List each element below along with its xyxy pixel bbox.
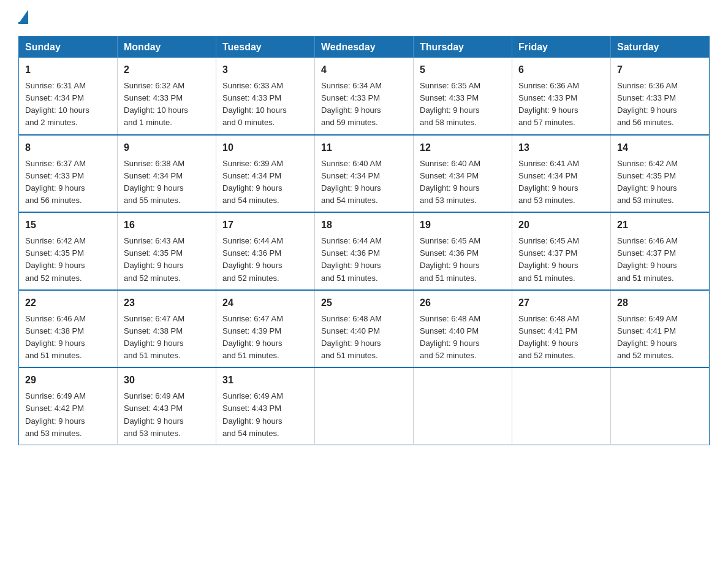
day-info: Sunrise: 6:47 AMSunset: 4:38 PMDaylight:… (124, 314, 184, 360)
day-info: Sunrise: 6:36 AMSunset: 4:33 PMDaylight:… (518, 81, 579, 127)
calendar-week-row: 8 Sunrise: 6:37 AMSunset: 4:33 PMDayligh… (19, 135, 710, 213)
day-number: 14 (617, 140, 703, 155)
day-info: Sunrise: 6:33 AMSunset: 4:33 PMDaylight:… (222, 81, 287, 127)
page-header (18, 12, 710, 24)
day-number: 31 (222, 373, 308, 388)
weekday-header-wednesday: Wednesday (315, 37, 414, 58)
day-info: Sunrise: 6:42 AMSunset: 4:35 PMDaylight:… (25, 236, 86, 282)
day-info: Sunrise: 6:31 AMSunset: 4:34 PMDaylight:… (25, 81, 89, 127)
calendar-cell: 15 Sunrise: 6:42 AMSunset: 4:35 PMDaylig… (19, 212, 118, 290)
day-number: 3 (222, 63, 308, 77)
calendar-week-row: 22 Sunrise: 6:46 AMSunset: 4:38 PMDaylig… (19, 290, 710, 368)
day-number: 15 (25, 218, 111, 232)
day-info: Sunrise: 6:46 AMSunset: 4:38 PMDaylight:… (25, 314, 86, 360)
day-info: Sunrise: 6:37 AMSunset: 4:33 PMDaylight:… (25, 159, 86, 205)
day-info: Sunrise: 6:48 AMSunset: 4:40 PMDaylight:… (321, 314, 382, 360)
day-info: Sunrise: 6:45 AMSunset: 4:36 PMDaylight:… (420, 236, 480, 282)
weekday-header-sunday: Sunday (19, 37, 118, 58)
calendar-cell: 5 Sunrise: 6:35 AMSunset: 4:33 PMDayligh… (414, 58, 512, 135)
day-info: Sunrise: 6:45 AMSunset: 4:37 PMDaylight:… (518, 236, 579, 282)
calendar-cell: 18 Sunrise: 6:44 AMSunset: 4:36 PMDaylig… (315, 212, 414, 290)
day-info: Sunrise: 6:42 AMSunset: 4:35 PMDaylight:… (617, 159, 678, 205)
day-info: Sunrise: 6:44 AMSunset: 4:36 PMDaylight:… (321, 236, 382, 282)
calendar-cell: 28 Sunrise: 6:49 AMSunset: 4:41 PMDaylig… (611, 290, 710, 368)
logo-underline (18, 22, 28, 24)
weekday-header-tuesday: Tuesday (216, 37, 315, 58)
calendar-cell: 23 Sunrise: 6:47 AMSunset: 4:38 PMDaylig… (118, 290, 216, 368)
day-info: Sunrise: 6:40 AMSunset: 4:34 PMDaylight:… (321, 159, 382, 205)
calendar-cell: 2 Sunrise: 6:32 AMSunset: 4:33 PMDayligh… (118, 58, 216, 135)
weekday-header-friday: Friday (512, 37, 611, 58)
calendar-cell: 30 Sunrise: 6:49 AMSunset: 4:43 PMDaylig… (118, 367, 216, 445)
day-number: 10 (222, 140, 308, 155)
day-number: 29 (25, 373, 111, 388)
calendar-cell: 13 Sunrise: 6:41 AMSunset: 4:34 PMDaylig… (512, 135, 611, 213)
day-number: 6 (518, 63, 604, 77)
calendar-cell: 6 Sunrise: 6:36 AMSunset: 4:33 PMDayligh… (512, 58, 611, 135)
calendar-header-row: SundayMondayTuesdayWednesdayThursdayFrid… (19, 37, 710, 58)
day-info: Sunrise: 6:38 AMSunset: 4:34 PMDaylight:… (124, 159, 184, 205)
day-number: 16 (124, 218, 210, 232)
day-info: Sunrise: 6:36 AMSunset: 4:33 PMDaylight:… (617, 81, 678, 127)
day-info: Sunrise: 6:32 AMSunset: 4:33 PMDaylight:… (124, 81, 188, 127)
calendar-cell: 17 Sunrise: 6:44 AMSunset: 4:36 PMDaylig… (216, 212, 315, 290)
day-number: 9 (124, 140, 210, 155)
weekday-header-monday: Monday (118, 37, 216, 58)
day-number: 24 (222, 296, 308, 310)
day-number: 21 (617, 218, 703, 232)
day-info: Sunrise: 6:34 AMSunset: 4:33 PMDaylight:… (321, 81, 382, 127)
calendar-cell: 10 Sunrise: 6:39 AMSunset: 4:34 PMDaylig… (216, 135, 315, 213)
day-number: 26 (420, 296, 506, 310)
calendar-cell: 19 Sunrise: 6:45 AMSunset: 4:36 PMDaylig… (414, 212, 512, 290)
day-number: 11 (321, 140, 407, 155)
day-number: 19 (420, 218, 506, 232)
weekday-header-thursday: Thursday (414, 37, 512, 58)
day-info: Sunrise: 6:39 AMSunset: 4:34 PMDaylight:… (222, 159, 283, 205)
calendar-cell: 1 Sunrise: 6:31 AMSunset: 4:34 PMDayligh… (19, 58, 118, 135)
day-number: 20 (518, 218, 604, 232)
day-number: 25 (321, 296, 407, 310)
day-info: Sunrise: 6:48 AMSunset: 4:41 PMDaylight:… (518, 314, 579, 360)
calendar-cell (611, 367, 710, 445)
calendar-cell: 27 Sunrise: 6:48 AMSunset: 4:41 PMDaylig… (512, 290, 611, 368)
day-number: 7 (617, 63, 703, 77)
calendar-cell (512, 367, 611, 445)
calendar-cell: 9 Sunrise: 6:38 AMSunset: 4:34 PMDayligh… (118, 135, 216, 213)
logo-triangle-icon (20, 10, 28, 22)
calendar-cell (315, 367, 414, 445)
day-number: 27 (518, 296, 604, 310)
calendar-week-row: 1 Sunrise: 6:31 AMSunset: 4:34 PMDayligh… (19, 58, 710, 135)
day-number: 18 (321, 218, 407, 232)
day-info: Sunrise: 6:41 AMSunset: 4:34 PMDaylight:… (518, 159, 579, 205)
day-number: 4 (321, 63, 407, 77)
day-number: 13 (518, 140, 604, 155)
day-info: Sunrise: 6:49 AMSunset: 4:43 PMDaylight:… (222, 391, 283, 437)
day-info: Sunrise: 6:35 AMSunset: 4:33 PMDaylight:… (420, 81, 480, 127)
logo (18, 12, 28, 24)
day-info: Sunrise: 6:49 AMSunset: 4:42 PMDaylight:… (25, 391, 86, 437)
day-info: Sunrise: 6:44 AMSunset: 4:36 PMDaylight:… (222, 236, 283, 282)
day-number: 2 (124, 63, 210, 77)
day-number: 17 (222, 218, 308, 232)
calendar-cell: 26 Sunrise: 6:48 AMSunset: 4:40 PMDaylig… (414, 290, 512, 368)
calendar-week-row: 29 Sunrise: 6:49 AMSunset: 4:42 PMDaylig… (19, 367, 710, 445)
calendar-cell: 8 Sunrise: 6:37 AMSunset: 4:33 PMDayligh… (19, 135, 118, 213)
calendar-cell (414, 367, 512, 445)
calendar-table: SundayMondayTuesdayWednesdayThursdayFrid… (18, 36, 710, 445)
day-number: 30 (124, 373, 210, 388)
calendar-cell: 24 Sunrise: 6:47 AMSunset: 4:39 PMDaylig… (216, 290, 315, 368)
calendar-cell: 11 Sunrise: 6:40 AMSunset: 4:34 PMDaylig… (315, 135, 414, 213)
calendar-cell: 22 Sunrise: 6:46 AMSunset: 4:38 PMDaylig… (19, 290, 118, 368)
calendar-week-row: 15 Sunrise: 6:42 AMSunset: 4:35 PMDaylig… (19, 212, 710, 290)
calendar-cell: 29 Sunrise: 6:49 AMSunset: 4:42 PMDaylig… (19, 367, 118, 445)
calendar-cell: 3 Sunrise: 6:33 AMSunset: 4:33 PMDayligh… (216, 58, 315, 135)
day-info: Sunrise: 6:47 AMSunset: 4:39 PMDaylight:… (222, 314, 283, 360)
calendar-cell: 16 Sunrise: 6:43 AMSunset: 4:35 PMDaylig… (118, 212, 216, 290)
calendar-cell: 20 Sunrise: 6:45 AMSunset: 4:37 PMDaylig… (512, 212, 611, 290)
day-number: 1 (25, 63, 111, 77)
day-info: Sunrise: 6:46 AMSunset: 4:37 PMDaylight:… (617, 236, 678, 282)
calendar-cell: 31 Sunrise: 6:49 AMSunset: 4:43 PMDaylig… (216, 367, 315, 445)
day-info: Sunrise: 6:48 AMSunset: 4:40 PMDaylight:… (420, 314, 480, 360)
day-info: Sunrise: 6:43 AMSunset: 4:35 PMDaylight:… (124, 236, 184, 282)
day-info: Sunrise: 6:49 AMSunset: 4:41 PMDaylight:… (617, 314, 678, 360)
